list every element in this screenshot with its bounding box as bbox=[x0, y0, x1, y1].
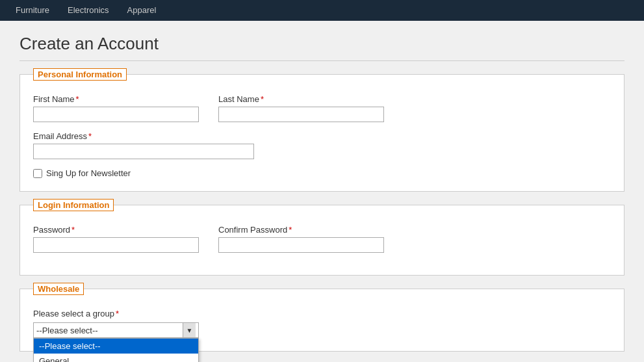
login-information-section: Login Information Password* Confirm Pass… bbox=[19, 205, 625, 276]
last-name-label: Last Name* bbox=[218, 94, 384, 104]
first-name-required: * bbox=[76, 94, 79, 104]
confirm-password-input[interactable] bbox=[218, 237, 384, 253]
first-name-field: First Name* bbox=[33, 94, 199, 122]
last-name-field: Last Name* bbox=[218, 94, 384, 122]
top-navigation: Furniture Electronics Apparel bbox=[0, 0, 644, 21]
password-input[interactable] bbox=[33, 237, 199, 253]
email-row: Email Address* bbox=[33, 131, 611, 159]
dropdown-option-please-select[interactable]: --Please select-- bbox=[34, 339, 198, 354]
email-field: Email Address* bbox=[33, 131, 254, 159]
personal-information-legend: Personal Information bbox=[33, 68, 127, 81]
wholesale-section: Wholesale Please select a group* --Pleas… bbox=[19, 289, 625, 352]
personal-information-section: Personal Information First Name* Last Na… bbox=[19, 74, 625, 192]
first-name-input[interactable] bbox=[33, 107, 199, 122]
main-content: Create an Account Personal Information F… bbox=[0, 21, 644, 362]
group-select-display[interactable]: --Please select-- ▼ bbox=[33, 322, 199, 338]
nav-apparel[interactable]: Apparel bbox=[118, 0, 166, 21]
newsletter-row: Sing Up for Newsletter bbox=[33, 168, 611, 178]
password-row: Password* Confirm Password* bbox=[33, 225, 611, 253]
group-select-container[interactable]: --Please select-- ▼ --Please select-- Ge… bbox=[33, 322, 199, 338]
last-name-input[interactable] bbox=[218, 107, 384, 122]
select-arrow-icon[interactable]: ▼ bbox=[183, 323, 196, 337]
group-dropdown-list[interactable]: --Please select-- General Wholesale Reta… bbox=[33, 338, 199, 362]
password-required: * bbox=[71, 225, 75, 235]
email-required: * bbox=[88, 131, 92, 141]
group-select-label: Please select a group* bbox=[33, 309, 611, 318]
email-label: Email Address* bbox=[33, 131, 254, 141]
newsletter-label: Sing Up for Newsletter bbox=[46, 168, 131, 178]
confirm-password-label: Confirm Password* bbox=[218, 225, 384, 235]
login-information-legend: Login Information bbox=[33, 199, 114, 211]
confirm-password-field: Confirm Password* bbox=[218, 225, 384, 253]
group-required: * bbox=[116, 309, 119, 318]
newsletter-checkbox[interactable] bbox=[33, 169, 42, 178]
nav-electronics[interactable]: Electronics bbox=[58, 0, 118, 21]
confirm-required: * bbox=[289, 225, 292, 235]
name-row: First Name* Last Name* bbox=[33, 94, 611, 122]
dropdown-option-general[interactable]: General bbox=[34, 354, 198, 362]
last-name-required: * bbox=[261, 94, 264, 104]
password-label: Password* bbox=[33, 225, 199, 235]
email-input[interactable] bbox=[33, 144, 254, 159]
select-text: --Please select-- bbox=[36, 326, 183, 335]
password-field: Password* bbox=[33, 225, 199, 253]
first-name-label: First Name* bbox=[33, 94, 199, 104]
wholesale-legend: Wholesale bbox=[33, 283, 84, 295]
page-title: Create an Account bbox=[19, 34, 625, 61]
nav-furniture[interactable]: Furniture bbox=[6, 0, 58, 21]
